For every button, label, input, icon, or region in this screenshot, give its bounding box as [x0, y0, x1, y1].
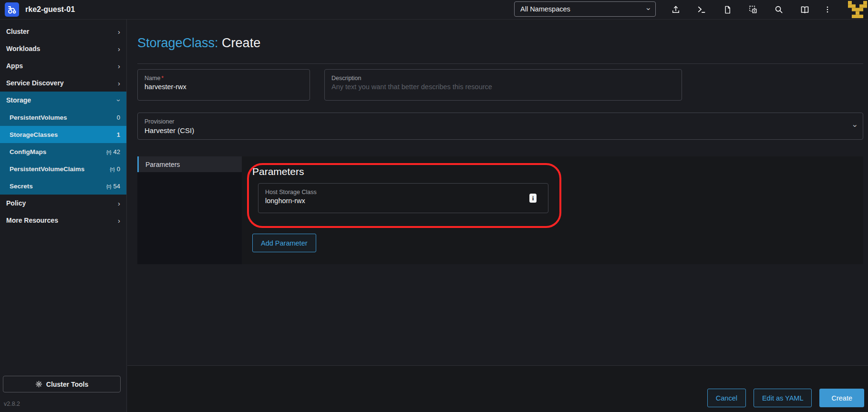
- chevron-right-icon: ›: [118, 28, 120, 36]
- chevron-down-icon: ›: [644, 8, 652, 10]
- sidebar-item-label: PersistentVolumeClaims: [10, 165, 84, 173]
- sidebar-item-workloads[interactable]: Workloads ›: [0, 40, 126, 57]
- sidebar-item-label: Secrets: [10, 183, 33, 190]
- name-field: Name*: [137, 69, 310, 101]
- chevron-right-icon: ›: [118, 199, 120, 207]
- namespace-selector-value: All Namespaces: [520, 5, 570, 13]
- namespace-filter-badge-icon: {=}: [106, 184, 111, 189]
- app-root: rke2-guest-01 All Namespaces ›: [0, 0, 868, 412]
- info-icon[interactable]: i: [529, 194, 537, 203]
- search-button[interactable]: [766, 0, 792, 19]
- sidebar-item-label: Policy: [6, 199, 26, 207]
- name-input[interactable]: [145, 83, 297, 91]
- upload-icon: [671, 5, 681, 14]
- kubectl-shell-button[interactable]: [689, 0, 714, 19]
- resource-count: 42: [114, 148, 120, 155]
- sidebar-item-label: StorageClasses: [10, 131, 58, 138]
- avatar[interactable]: [847, 0, 868, 19]
- sidebar-item-configmaps[interactable]: ConfigMaps {=}42: [0, 143, 126, 160]
- description-field: Description: [324, 69, 682, 101]
- snapshot-icon: [748, 5, 758, 14]
- sidebar-item-label: Apps: [6, 62, 23, 70]
- provisioner-value: Harvester (CSI): [145, 126, 856, 134]
- cancel-button[interactable]: Cancel: [707, 389, 746, 407]
- shell-icon: [697, 5, 706, 14]
- description-field-label: Description: [331, 75, 675, 82]
- docs-book-icon: [800, 5, 810, 15]
- parameters-panel: Parameters Host Storage Class i Add Para…: [242, 156, 863, 264]
- import-yaml-button[interactable]: [663, 0, 689, 19]
- page-title: StorageClass: Create: [137, 36, 260, 51]
- resource-count: 0: [117, 114, 120, 121]
- sidebar-item-more-resources[interactable]: More Resources ›: [0, 212, 126, 229]
- sidebar-item-apps[interactable]: Apps ›: [0, 57, 126, 74]
- sidebar-item-label: ConfigMaps: [10, 148, 46, 155]
- host-storage-class-input[interactable]: [265, 197, 536, 205]
- create-button[interactable]: Create: [819, 389, 864, 407]
- namespace-selector[interactable]: All Namespaces ›: [514, 1, 656, 17]
- resource-count: 54: [114, 183, 120, 190]
- description-input[interactable]: [331, 83, 669, 91]
- chevron-down-icon: ›: [850, 124, 859, 127]
- sidebar-item-service-discovery[interactable]: Service Discovery ›: [0, 74, 126, 92]
- page-title-action: Create: [222, 36, 260, 50]
- add-parameter-button[interactable]: Add Parameter: [252, 234, 316, 252]
- file-icon: [723, 5, 732, 14]
- resource-count: 0: [117, 165, 120, 173]
- sidebar-item-label: Cluster: [6, 28, 29, 35]
- namespace-filter-badge-icon: {=}: [110, 167, 114, 172]
- sidebar-item-label: Workloads: [6, 45, 40, 52]
- chevron-right-icon: ›: [118, 45, 120, 53]
- footer-actions: Cancel Edit as YAML Create: [707, 389, 864, 407]
- sidebar-item-persistentvolumeclaims[interactable]: PersistentVolumeClaims {=}0: [0, 160, 126, 177]
- provisioner-select[interactable]: Provisioner Harvester (CSI) ›: [137, 113, 863, 140]
- chevron-right-icon: ›: [118, 62, 120, 70]
- sidebar: Cluster › Workloads › Apps › Service Dis…: [0, 20, 127, 412]
- sidebar-item-policy[interactable]: Policy ›: [0, 195, 126, 212]
- namespace-filter-badge-icon: {=}: [106, 150, 111, 155]
- kebab-menu-icon: [824, 5, 831, 14]
- header-actions: [663, 0, 837, 19]
- edit-as-yaml-button[interactable]: Edit as YAML: [754, 389, 812, 407]
- title-divider: [137, 63, 863, 64]
- search-icon: [774, 5, 784, 14]
- tabbed-section: Parameters Parameters Host Storage Class…: [137, 156, 863, 264]
- parameters-heading: Parameters: [252, 166, 304, 177]
- version-label: v2.8.2: [4, 401, 20, 407]
- sidebar-item-persistentvolumes[interactable]: PersistentVolumes 0: [0, 109, 126, 126]
- host-storage-class-field: Host Storage Class i: [258, 183, 548, 213]
- chevron-down-icon: ›: [115, 99, 123, 102]
- cluster-name: rke2-guest-01: [25, 5, 75, 14]
- rancher-logo-icon[interactable]: [5, 2, 19, 17]
- avatar-identicon: [848, 1, 867, 18]
- cluster-tools-label: Cluster Tools: [46, 381, 88, 388]
- resource-count: 1: [117, 131, 120, 138]
- chevron-right-icon: ›: [118, 216, 120, 225]
- sidebar-item-label: PersistentVolumes: [10, 114, 67, 121]
- header: rke2-guest-01 All Namespaces ›: [0, 0, 868, 20]
- gear-icon: [35, 381, 42, 388]
- provisioner-label: Provisioner: [145, 118, 856, 125]
- kubeconfig-file-button[interactable]: [714, 0, 740, 19]
- tab-parameters[interactable]: Parameters: [137, 156, 242, 172]
- docs-button[interactable]: [792, 0, 817, 19]
- sidebar-item-label: Storage: [6, 96, 31, 104]
- sidebar-group-storage: Storage › PersistentVolumes 0 StorageCla…: [0, 92, 126, 195]
- tab-list: Parameters: [137, 156, 242, 264]
- sidebar-item-storageclasses[interactable]: StorageClasses 1: [0, 126, 126, 143]
- chevron-right-icon: ›: [118, 79, 120, 87]
- page-title-resource: StorageClass:: [137, 36, 218, 50]
- sidebar-item-secrets[interactable]: Secrets {=}54: [0, 177, 126, 195]
- required-asterisk: *: [161, 75, 164, 82]
- copy-snapshot-button[interactable]: [740, 0, 766, 19]
- sidebar-item-label: Service Discovery: [6, 79, 64, 87]
- sidebar-item-storage[interactable]: Storage ›: [0, 92, 126, 109]
- kebab-menu-button[interactable]: [817, 0, 837, 19]
- sidebar-item-label: More Resources: [6, 216, 58, 224]
- main-content: StorageClass: Create Name* Description P…: [127, 20, 868, 412]
- name-field-label: Name: [145, 75, 160, 82]
- host-storage-class-label: Host Storage Class: [265, 189, 541, 196]
- sidebar-item-cluster[interactable]: Cluster ›: [0, 23, 126, 40]
- cluster-tools-button[interactable]: Cluster Tools: [3, 376, 121, 392]
